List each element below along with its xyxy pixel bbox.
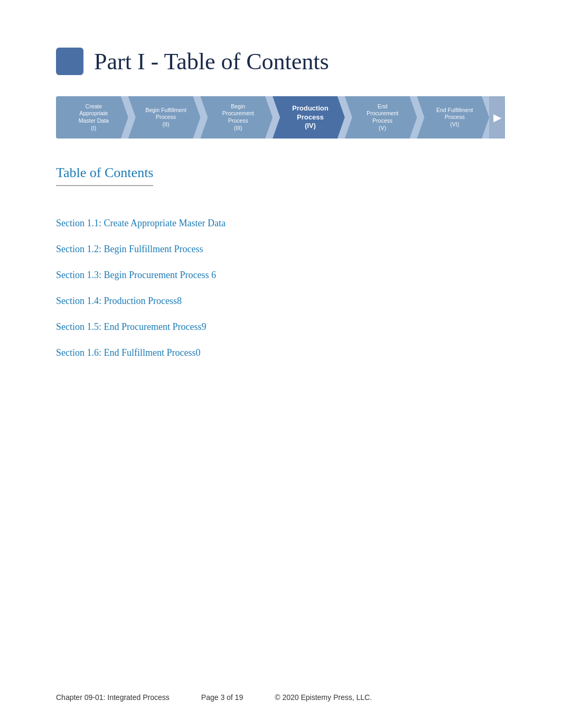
process-step-5-label: EndProcurementProcess(V) bbox=[367, 103, 398, 132]
process-step-5: EndProcurementProcess(V) bbox=[345, 96, 417, 139]
page-footer: Chapter 09-01: Integrated Process Page 3… bbox=[56, 693, 505, 702]
document-icon bbox=[56, 48, 83, 75]
flow-arrow: ▶ bbox=[489, 96, 505, 139]
toc-link-2[interactable]: Section 1.2: Begin Fulfillment Process bbox=[56, 244, 203, 254]
page-header: Part I - Table of Contents bbox=[56, 48, 505, 75]
list-item: Section 1.5: End Procurement Process9 bbox=[56, 321, 505, 333]
toc-heading: Table of Contents bbox=[56, 165, 153, 186]
page-title: Part I - Table of Contents bbox=[94, 48, 329, 75]
process-step-4: ProductionProcess(IV) bbox=[273, 96, 345, 139]
process-step-1: CreateAppropriateMaster Data(I) bbox=[56, 96, 128, 139]
toc-link-3[interactable]: Section 1.3: Begin Procurement Process 6 bbox=[56, 270, 216, 280]
process-step-4-label: ProductionProcess(IV) bbox=[292, 104, 329, 131]
footer-copyright: © 2020 Epistemy Press, LLC. bbox=[275, 693, 372, 702]
process-step-1-label: CreateAppropriateMaster Data(I) bbox=[79, 103, 109, 132]
process-step-3: BeginProcurementProcess(III) bbox=[200, 96, 273, 139]
list-item: Section 1.3: Begin Procurement Process 6 bbox=[56, 270, 505, 281]
footer-chapter: Chapter 09-01: Integrated Process bbox=[56, 693, 170, 702]
toc-list: Section 1.1: Create Appropriate Master D… bbox=[56, 218, 505, 358]
toc-link-5[interactable]: Section 1.5: End Procurement Process9 bbox=[56, 321, 206, 332]
list-item: Section 1.6: End Fulfillment Process0 bbox=[56, 347, 505, 358]
footer-page: Page 3 of 19 bbox=[201, 693, 243, 702]
process-step-3-label: BeginProcurementProcess(III) bbox=[222, 103, 254, 132]
page: Part I - Table of Contents CreateAppropr… bbox=[0, 0, 561, 728]
process-step-6: End FulfillmentProcess(VI) bbox=[417, 96, 489, 139]
process-flow: CreateAppropriateMaster Data(I) Begin Fu… bbox=[56, 96, 505, 139]
toc-link-6[interactable]: Section 1.6: End Fulfillment Process0 bbox=[56, 347, 200, 358]
list-item: Section 1.2: Begin Fulfillment Process bbox=[56, 244, 505, 255]
process-step-6-label: End FulfillmentProcess(VI) bbox=[436, 107, 473, 128]
toc-link-4[interactable]: Section 1.4: Production Process8 bbox=[56, 296, 182, 306]
process-step-2: Begin FulfillmentProcess(II) bbox=[128, 96, 201, 139]
list-item: Section 1.4: Production Process8 bbox=[56, 296, 505, 307]
process-step-2-label: Begin FulfillmentProcess(II) bbox=[145, 107, 186, 128]
toc-link-1[interactable]: Section 1.1: Create Appropriate Master D… bbox=[56, 218, 226, 228]
list-item: Section 1.1: Create Appropriate Master D… bbox=[56, 218, 505, 229]
